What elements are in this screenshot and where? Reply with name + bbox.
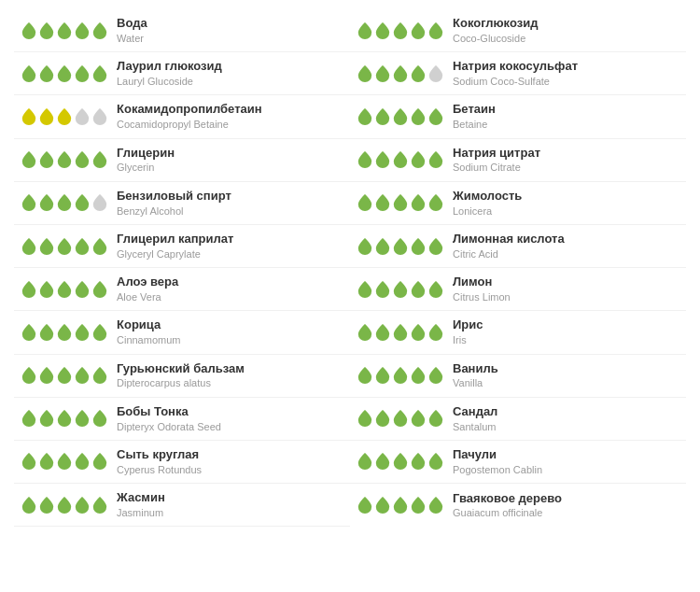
dot-icon: [75, 410, 90, 427]
dot-icon: [375, 108, 390, 125]
ingredient-name-en: Cocamidopropyl Betaine: [117, 118, 262, 131]
list-item: Ирис Iris: [350, 311, 686, 354]
dot-icon: [92, 151, 107, 168]
ingredient-name-en: Cinnamomum: [117, 333, 180, 346]
dot-icon: [393, 453, 408, 470]
dot-icon: [411, 151, 426, 168]
list-item: Сыть круглая Cyperus Rotundus: [14, 441, 350, 484]
dot-icon: [411, 108, 426, 125]
dot-icon: [75, 453, 90, 470]
ingredient-name-en: Jasminum: [117, 506, 165, 519]
dot-icon: [39, 194, 54, 211]
ingredient-name-en: Lauryl Glucoside: [117, 75, 222, 88]
dot-icon: [75, 65, 90, 82]
ingredient-name-en: Iris: [453, 333, 483, 346]
dot-icon: [92, 453, 107, 470]
rating-dots: [21, 410, 107, 427]
ingredient-name-ru: Ваниль: [453, 361, 498, 377]
dot-icon: [411, 22, 426, 39]
list-item: Глицерил каприлат Glyceryl Caprylate: [14, 225, 350, 268]
ingredient-text: Корица Cinnamomum: [117, 317, 180, 346]
list-item: Лимон Citrus Limon: [350, 268, 686, 311]
dot-icon: [428, 410, 443, 427]
dot-icon: [21, 65, 36, 82]
dot-icon: [357, 22, 372, 39]
dot-icon: [92, 22, 107, 39]
ingredient-text: Бобы Тонка Dipteryx Odorata Seed: [117, 404, 221, 433]
ingredient-text: Ирис Iris: [453, 317, 483, 346]
ingredient-text: Глицерин Glycerin: [117, 146, 175, 175]
ingredient-text: Пачули Pogostemon Cablin: [453, 447, 542, 476]
rating-dots: [357, 238, 443, 255]
list-item: Кокамидопропилбетаин Cocamidopropyl Beta…: [14, 95, 350, 138]
ingredient-text: Бетаин Betaine: [453, 102, 496, 131]
rating-dots: [357, 281, 443, 298]
ingredient-name-ru: Кокоглюкозид: [453, 16, 538, 32]
ingredient-name-ru: Вода: [117, 16, 147, 32]
ingredient-name-en: Sodium Coco-Sulfate: [453, 75, 578, 88]
ingredient-name-ru: Бобы Тонка: [117, 404, 221, 420]
dot-icon: [39, 281, 54, 298]
rating-dots: [357, 410, 443, 427]
dot-icon: [21, 238, 36, 255]
rating-dots: [357, 453, 443, 470]
dot-icon: [375, 22, 390, 39]
ingredient-name-ru: Жасмин: [117, 490, 165, 506]
dot-icon: [39, 367, 54, 384]
rating-dots: [357, 65, 443, 82]
ingredient-text: Лимон Citrus Limon: [453, 275, 511, 303]
dot-icon: [92, 281, 107, 298]
ingredient-name-ru: Бензиловый спирт: [117, 189, 231, 204]
dot-icon: [39, 453, 54, 470]
dot-icon: [411, 367, 426, 384]
rating-dots: [21, 367, 107, 384]
dot-icon: [411, 281, 426, 298]
dot-icon: [92, 194, 107, 211]
ingredient-name-en: Coco-Glucoside: [453, 32, 538, 45]
dot-icon: [21, 194, 36, 211]
dot-icon: [393, 65, 408, 82]
ingredient-text: Жасмин Jasminum: [117, 490, 165, 519]
rating-dots: [357, 151, 443, 168]
dot-icon: [411, 194, 426, 211]
ingredient-name-ru: Сыть круглая: [117, 447, 202, 463]
ingredient-name-ru: Пачули: [453, 447, 542, 463]
ingredient-name-ru: Сандал: [453, 404, 497, 420]
dot-icon: [375, 324, 390, 341]
dot-icon: [393, 281, 408, 298]
dot-icon: [357, 65, 372, 82]
dot-icon: [428, 108, 443, 125]
ingredient-name-ru: Лимонная кислота: [453, 232, 565, 247]
rating-dots: [21, 65, 107, 82]
ingredient-name-ru: Жимолость: [453, 189, 522, 204]
list-item: Бобы Тонка Dipteryx Odorata Seed: [14, 398, 350, 441]
ingredient-text: Гваяковое дерево Guaiacum officinale: [453, 491, 562, 520]
dot-icon: [428, 65, 443, 82]
dot-icon: [57, 453, 72, 470]
dot-icon: [393, 151, 408, 168]
dot-icon: [411, 497, 426, 514]
list-item: Сандал Santalum: [350, 398, 686, 441]
dot-icon: [39, 497, 54, 514]
ingredient-name-en: Lonicera: [453, 204, 522, 218]
dot-icon: [57, 22, 72, 39]
ingredient-name-en: Water: [117, 32, 147, 45]
dot-icon: [357, 410, 372, 427]
dot-icon: [92, 497, 107, 514]
dot-icon: [357, 281, 372, 298]
rating-dots: [21, 453, 107, 470]
rating-dots: [357, 324, 443, 341]
dot-icon: [357, 151, 372, 168]
dot-icon: [428, 453, 443, 470]
dot-icon: [21, 22, 36, 39]
dot-icon: [57, 151, 72, 168]
list-item: Гурьюнский бальзам Dipterocarpus alatus: [14, 355, 350, 398]
ingredient-name-ru: Лимон: [453, 275, 511, 290]
list-item: Глицерин Glycerin: [14, 139, 350, 182]
ingredient-name-ru: Глицерин: [117, 146, 175, 162]
dot-icon: [39, 324, 54, 341]
dot-icon: [57, 497, 72, 514]
rating-dots: [21, 22, 107, 39]
dot-icon: [92, 238, 107, 255]
dot-icon: [39, 410, 54, 427]
